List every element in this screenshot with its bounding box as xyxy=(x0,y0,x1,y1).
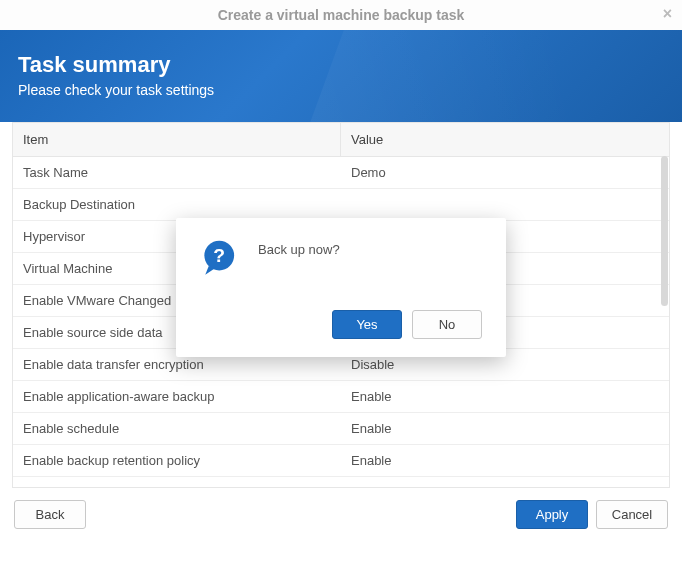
page-subtitle: Please check your task settings xyxy=(18,82,664,98)
column-item: Item xyxy=(13,123,341,156)
table-row: Enable application-aware backupEnable xyxy=(13,381,669,413)
window-titlebar: Create a virtual machine backup task × xyxy=(0,0,682,30)
apply-button[interactable]: Apply xyxy=(516,500,588,529)
cell-value: Enable xyxy=(341,381,669,412)
table-row: Backup Destination xyxy=(13,189,669,221)
wizard-header: Task summary Please check your task sett… xyxy=(0,30,682,122)
column-value: Value xyxy=(341,123,669,156)
cell-value xyxy=(341,189,669,220)
table-row: Enable backup retention policyEnable xyxy=(13,445,669,477)
cell-item: Task Name xyxy=(13,157,341,188)
cell-value: Demo xyxy=(341,157,669,188)
back-button[interactable]: Back xyxy=(14,500,86,529)
confirm-dialog: ? Back up now? Yes No xyxy=(176,218,506,357)
confirm-message: Back up now? xyxy=(258,238,340,257)
cell-item: Backup Destination xyxy=(13,189,341,220)
cell-item: Enable schedule xyxy=(13,413,341,444)
cell-item: Enable backup verification xyxy=(13,477,341,487)
no-button[interactable]: No xyxy=(412,310,482,339)
cell-value: Enable xyxy=(341,445,669,476)
yes-button[interactable]: Yes xyxy=(332,310,402,339)
table-header: Item Value xyxy=(13,122,669,157)
cell-value: 60sec. xyxy=(341,477,669,487)
close-icon[interactable]: × xyxy=(663,5,672,23)
page-title: Task summary xyxy=(18,52,664,78)
question-icon: ? xyxy=(200,238,242,280)
window-title: Create a virtual machine backup task xyxy=(218,7,465,23)
cell-value: Enable xyxy=(341,413,669,444)
table-row: Task NameDemo xyxy=(13,157,669,189)
table-row: Enable backup verification60sec. xyxy=(13,477,669,487)
cancel-button[interactable]: Cancel xyxy=(596,500,668,529)
svg-text:?: ? xyxy=(213,245,225,266)
wizard-footer: Back Apply Cancel xyxy=(0,488,682,541)
table-row: Enable scheduleEnable xyxy=(13,413,669,445)
scrollbar-thumb[interactable] xyxy=(661,156,668,306)
cell-item: Enable backup retention policy xyxy=(13,445,341,476)
cell-item: Enable application-aware backup xyxy=(13,381,341,412)
